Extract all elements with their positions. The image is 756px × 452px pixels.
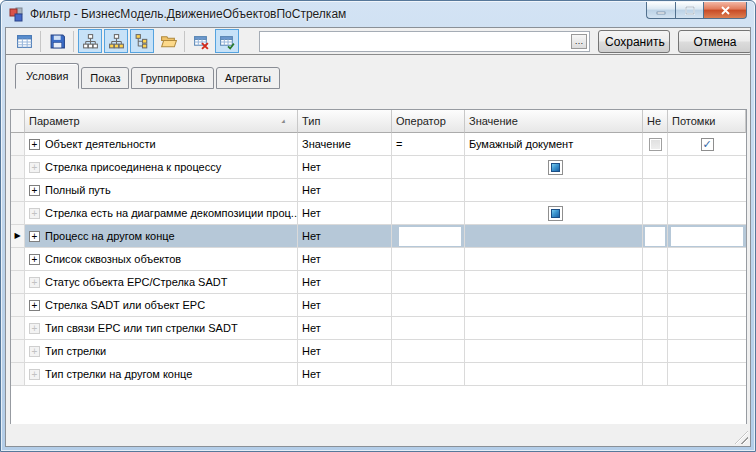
param-cell[interactable]: +Тип стрелки на другом конце — [25, 363, 298, 386]
operator-cell[interactable] — [392, 294, 465, 317]
filter-name-input[interactable] — [260, 33, 569, 50]
expand-plus-icon[interactable]: + — [29, 231, 40, 242]
descendants-cell[interactable] — [668, 133, 746, 156]
operator-editor[interactable] — [399, 227, 461, 246]
apply-filter-button[interactable] — [215, 29, 239, 53]
operator-cell[interactable] — [392, 340, 465, 363]
operator-cell[interactable] — [392, 202, 465, 225]
column-header-value[interactable]: Значение — [465, 110, 643, 133]
value-cell[interactable]: Бумажный документ — [465, 133, 643, 156]
param-cell[interactable]: +Тип стрелки — [25, 340, 298, 363]
descendants-cell[interactable] — [668, 317, 746, 340]
value-cell[interactable] — [465, 363, 643, 386]
type-cell[interactable]: Нет — [298, 179, 392, 202]
value-cell[interactable] — [465, 248, 643, 271]
param-cell[interactable]: +Стрелка есть на диаграмме декомпозиции … — [25, 202, 298, 225]
not-cell[interactable] — [643, 294, 668, 317]
tree-layout-1-button[interactable] — [78, 29, 102, 53]
column-header-type[interactable]: Тип — [298, 110, 392, 133]
operator-cell[interactable] — [392, 248, 465, 271]
type-cell[interactable]: Нет — [298, 225, 392, 248]
type-cell[interactable]: Нет — [298, 317, 392, 340]
table-row[interactable]: +Объект деятельностиЗначение=Бумажный до… — [11, 133, 746, 156]
close-button[interactable] — [704, 2, 747, 19]
operator-cell[interactable]: = — [392, 133, 465, 156]
not-cell[interactable] — [643, 225, 668, 248]
value-cell[interactable] — [465, 317, 643, 340]
column-header-operator[interactable]: Оператор — [392, 110, 465, 133]
minimize-button[interactable] — [646, 2, 675, 19]
column-header-param[interactable]: Параметр▲ — [25, 110, 298, 133]
expand-plus-icon[interactable]: + — [29, 139, 40, 150]
descendants-cell[interactable] — [668, 225, 746, 248]
save-button[interactable]: Сохранить — [598, 30, 670, 53]
value-flag-icon[interactable] — [548, 160, 563, 175]
type-cell[interactable]: Нет — [298, 363, 392, 386]
descendants-cell[interactable] — [668, 340, 746, 363]
type-cell[interactable]: Нет — [298, 156, 392, 179]
descendants-cell[interactable] — [668, 156, 746, 179]
not-checkbox[interactable] — [649, 138, 662, 151]
table-row[interactable]: +Тип связи EPC или тип стрелки SADTНет — [11, 317, 746, 340]
param-cell[interactable]: +Полный путь — [25, 179, 298, 202]
value-cell[interactable] — [465, 179, 643, 202]
table-row[interactable]: +Стрелка есть на диаграмме декомпозиции … — [11, 202, 746, 225]
not-cell[interactable] — [643, 363, 668, 386]
param-cell[interactable]: +Стрелка присоединена к процессу — [25, 156, 298, 179]
type-cell[interactable]: Нет — [298, 202, 392, 225]
tab-agregaty[interactable]: Агрегаты — [216, 67, 280, 89]
ellipsis-button[interactable]: … — [571, 34, 587, 49]
descendants-checkbox[interactable] — [701, 138, 714, 151]
value-cell[interactable] — [465, 294, 643, 317]
tree-layout-2-button[interactable] — [104, 29, 128, 53]
not-cell[interactable] — [643, 133, 668, 156]
maximize-button[interactable] — [675, 2, 704, 19]
resize-grip[interactable] — [735, 431, 748, 444]
expand-plus-icon[interactable]: + — [29, 300, 40, 311]
table-row[interactable]: +Статус объекта EPC/Стрелка SADTНет — [11, 271, 746, 294]
descendants-cell[interactable] — [668, 248, 746, 271]
param-cell[interactable]: +Процесс на другом конце — [25, 225, 298, 248]
value-cell[interactable] — [465, 340, 643, 363]
column-header-descendants[interactable]: Потомки — [668, 110, 746, 133]
operator-cell[interactable] — [392, 317, 465, 340]
tree-layout-3-button[interactable] — [130, 29, 154, 53]
descendants-editor[interactable] — [671, 227, 743, 246]
not-cell[interactable] — [643, 179, 668, 202]
table-row[interactable]: +Полный путьНет — [11, 179, 746, 202]
operator-cell[interactable] — [392, 225, 465, 248]
not-cell[interactable] — [643, 248, 668, 271]
descendants-cell[interactable] — [668, 179, 746, 202]
not-cell[interactable] — [643, 271, 668, 294]
table-row[interactable]: +Стрелка SADT или объект EPCНет — [11, 294, 746, 317]
expand-plus-icon[interactable]: + — [29, 254, 40, 265]
clear-filter-button[interactable] — [189, 29, 213, 53]
type-cell[interactable]: Нет — [298, 248, 392, 271]
table-row[interactable]: ▶+Процесс на другом концеНет — [11, 225, 746, 248]
title-bar[interactable]: Фильтр - БизнесМодель.ДвижениеОбъектовПо… — [1, 1, 755, 27]
column-header-not[interactable]: Не — [643, 110, 668, 133]
not-editor[interactable] — [645, 227, 665, 246]
param-cell[interactable]: +Статус объекта EPC/Стрелка SADT — [25, 271, 298, 294]
table-row[interactable]: +Тип стрелки на другом концеНет — [11, 363, 746, 386]
param-cell[interactable]: +Объект деятельности — [25, 133, 298, 156]
operator-cell[interactable] — [392, 271, 465, 294]
operator-cell[interactable] — [392, 179, 465, 202]
not-cell[interactable] — [643, 202, 668, 225]
operator-cell[interactable] — [392, 363, 465, 386]
open-filter-button[interactable] — [156, 29, 180, 53]
value-cell[interactable] — [465, 156, 643, 179]
descendants-cell[interactable] — [668, 363, 746, 386]
value-cell[interactable] — [465, 225, 643, 248]
filter-table-button[interactable] — [12, 29, 36, 53]
table-row[interactable]: +Тип стрелкиНет — [11, 340, 746, 363]
descendants-cell[interactable] — [668, 271, 746, 294]
expand-plus-icon[interactable]: + — [29, 185, 40, 196]
not-cell[interactable] — [643, 156, 668, 179]
type-cell[interactable]: Нет — [298, 271, 392, 294]
param-cell[interactable]: +Стрелка SADT или объект EPC — [25, 294, 298, 317]
descendants-cell[interactable] — [668, 294, 746, 317]
tab-usloviya[interactable]: Условия — [15, 63, 79, 89]
param-cell[interactable]: +Список сквозных объектов — [25, 248, 298, 271]
type-cell[interactable]: Нет — [298, 294, 392, 317]
